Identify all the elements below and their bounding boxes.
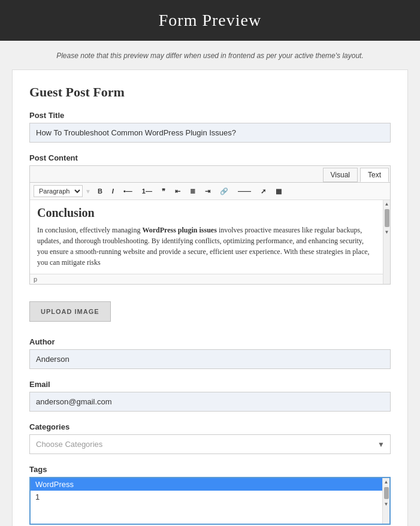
link-btn[interactable]: 🔗	[216, 186, 232, 197]
editor-footer-bar: p	[30, 274, 383, 284]
align-left-btn[interactable]: ⇤	[171, 186, 185, 197]
editor-content[interactable]: Conclusion In conclusion, effectively ma…	[30, 200, 383, 274]
blockquote-btn[interactable]: ❞	[158, 186, 170, 197]
editor-body: In conclusion, effectively managing Word…	[37, 225, 376, 268]
categories-group: Categories Choose Categories ▼	[29, 422, 391, 454]
scroll-down-icon[interactable]: ▼	[383, 228, 391, 236]
post-title-input[interactable]	[29, 123, 391, 143]
tags-group: Tags WordPress 1 ▲ ▼	[29, 465, 391, 525]
post-title-label: Post Title	[29, 111, 391, 120]
author-input[interactable]	[29, 349, 391, 369]
fullscreen-btn[interactable]: ➚	[256, 186, 270, 197]
page-header: Form Preview	[0, 0, 420, 41]
email-group: Email	[29, 380, 391, 412]
notice-text: Please note that this preview may differ…	[0, 41, 420, 65]
ordered-list-btn[interactable]: 1—	[138, 186, 156, 197]
editor-vscrollbar[interactable]: ▲ ▼	[383, 200, 390, 284]
categories-select-wrapper: Choose Categories ▼	[29, 434, 391, 454]
upload-image-button[interactable]: UPLOAD IMAGE	[29, 301, 111, 322]
editor-area: Visual Text Paragraph ▼ B I •— 1— ❞ ⇤ ≣ …	[29, 165, 391, 285]
tab-text[interactable]: Text	[360, 168, 389, 182]
editor-heading: Conclusion	[37, 206, 376, 220]
editor-scroll-area: Conclusion In conclusion, effectively ma…	[30, 200, 390, 284]
page-title: Form Preview	[159, 11, 261, 29]
categories-label: Categories	[29, 422, 391, 431]
editor-tag-indicator: p	[34, 276, 37, 283]
toolbar2-btn[interactable]: ▦	[271, 186, 286, 197]
tags-selected-item: WordPress	[31, 478, 389, 491]
form-title: Guest Post Form	[29, 84, 391, 100]
post-content-group: Post Content Visual Text Paragraph ▼ B I…	[29, 153, 391, 285]
editor-toolbar: Paragraph ▼ B I •— 1— ❞ ⇤ ≣ ⇥ 🔗 —— ➚ ▦	[30, 183, 390, 200]
post-title-group: Post Title	[29, 111, 391, 143]
editor-inner: Conclusion In conclusion, effectively ma…	[30, 200, 383, 284]
scroll-up-icon[interactable]: ▲	[383, 200, 391, 208]
author-label: Author	[29, 337, 391, 346]
email-label: Email	[29, 380, 391, 389]
tags-scrollbar[interactable]: ▲ ▼	[382, 478, 389, 524]
bold-btn[interactable]: B	[93, 186, 107, 197]
align-center-btn[interactable]: ≣	[186, 186, 200, 197]
author-group: Author	[29, 337, 391, 369]
more-btn[interactable]: ——	[234, 186, 255, 197]
tags-box[interactable]: WordPress 1 ▲ ▼	[29, 477, 391, 525]
tab-visual[interactable]: Visual	[323, 168, 358, 182]
paragraph-select[interactable]: Paragraph	[34, 185, 83, 197]
unordered-list-btn[interactable]: •—	[119, 186, 137, 197]
upload-image-group: UPLOAD IMAGE	[29, 295, 391, 327]
tags-scroll-up-icon[interactable]: ▲	[383, 478, 390, 486]
tags-box-wrapper: WordPress 1 ▲ ▼	[29, 477, 391, 525]
post-content-label: Post Content	[29, 153, 391, 162]
categories-select[interactable]: Choose Categories	[29, 434, 391, 454]
form-container: Guest Post Form Post Title Post Content …	[12, 69, 408, 526]
italic-btn[interactable]: I	[108, 186, 118, 197]
editor-tabs: Visual Text	[30, 166, 390, 183]
tags-list-item: 1	[31, 491, 389, 503]
notice-label: Please note that this preview may differ…	[56, 52, 364, 60]
email-input[interactable]	[29, 392, 391, 412]
tags-label: Tags	[29, 465, 391, 474]
tags-scroll-thumb[interactable]	[384, 487, 389, 499]
align-right-btn[interactable]: ⇥	[201, 186, 214, 197]
tags-scroll-down-icon[interactable]: ▼	[383, 500, 390, 508]
scroll-thumb[interactable]	[385, 209, 389, 227]
